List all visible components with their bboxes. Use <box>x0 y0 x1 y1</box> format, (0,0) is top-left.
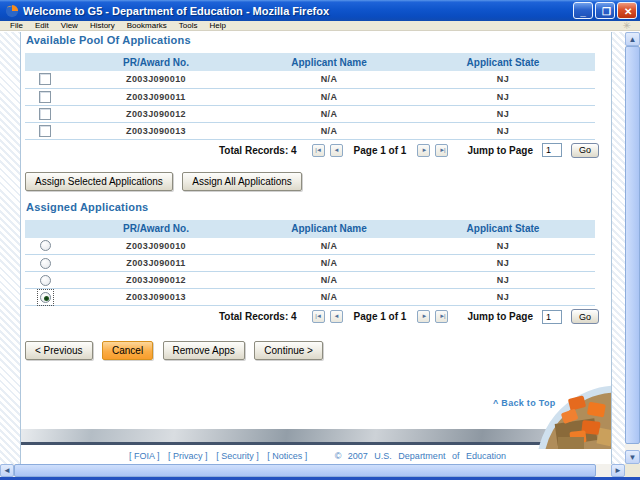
vertical-scrollbar-thumb[interactable] <box>625 46 640 444</box>
pr-award-cell: Z003J090013 <box>65 289 247 306</box>
scroll-left-arrow-icon[interactable]: ◄ <box>0 464 14 477</box>
minimize-button[interactable]: _ <box>573 2 593 19</box>
scroll-right-arrow-icon[interactable]: ► <box>611 464 625 477</box>
horizontal-scrollbar[interactable]: ◄ ► <box>0 464 625 477</box>
remove-apps-button[interactable]: Remove Apps <box>163 341 245 360</box>
applicant-state-cell: NJ <box>411 272 595 289</box>
table-header-row: PR/Award No. Applicant Name Applicant St… <box>25 53 595 71</box>
browser-window: Welcome to G5 - Department of Education … <box>0 0 640 480</box>
jump-to-page-input[interactable] <box>542 143 562 157</box>
available-pool-heading: Available Pool Of Applications <box>26 34 611 46</box>
last-page-button[interactable]: ►| <box>435 144 448 157</box>
table-row: Z003J090011 N/A NJ <box>25 88 595 105</box>
menu-file[interactable]: File <box>4 21 29 31</box>
applicant-state-cell: NJ <box>411 122 595 139</box>
horizontal-scrollbar-thumb[interactable] <box>14 464 596 477</box>
last-page-button[interactable]: ►| <box>435 310 448 323</box>
page-background: Available Pool Of Applications PR/Award … <box>0 32 625 464</box>
row-checkbox[interactable] <box>39 108 51 120</box>
pr-award-cell: Z003J090012 <box>65 272 247 289</box>
applicant-name-column-header: Applicant Name <box>247 220 411 238</box>
footer-link-notices[interactable]: [ Notices ] <box>267 451 307 461</box>
first-page-button[interactable]: |◄ <box>312 144 325 157</box>
firefox-icon <box>5 4 19 18</box>
applicant-name-cell: N/A <box>247 122 411 139</box>
page-indicator: Page 1 of 1 <box>354 311 407 322</box>
applicant-name-cell: N/A <box>247 105 411 122</box>
table-row: Z003J090011 N/A NJ <box>25 255 595 272</box>
table-header-row: PR/Award No. Applicant Name Applicant St… <box>25 220 595 238</box>
row-radio[interactable] <box>40 275 51 286</box>
scroll-down-arrow-icon[interactable]: ▼ <box>625 450 640 464</box>
footer-link-foia[interactable]: [ FOIA ] <box>129 451 160 461</box>
next-page-button[interactable]: ► <box>417 310 430 323</box>
applicant-name-cell: N/A <box>247 272 411 289</box>
menu-edit[interactable]: Edit <box>29 21 55 31</box>
menu-tools[interactable]: Tools <box>173 21 204 31</box>
table-row: Z003J090013 N/A NJ <box>25 289 595 306</box>
jump-to-page-label: Jump to Page <box>467 145 533 156</box>
table-row: Z003J090010 N/A NJ <box>25 71 595 88</box>
next-page-button[interactable]: ► <box>417 144 430 157</box>
menu-bookmarks[interactable]: Bookmarks <box>121 21 173 31</box>
menu-history[interactable]: History <box>84 21 121 31</box>
assigned-applications-heading: Assigned Applications <box>26 201 611 213</box>
pr-award-column-header: PR/Award No. <box>65 220 247 238</box>
footer: [ FOIA ] [ Privacy ] [ Security ] [ Noti… <box>21 451 611 461</box>
copyright-text: © 2007 U.S. Department of Education <box>335 451 506 461</box>
assigned-pagination: Total Records: 4 |◄ ◄ Page 1 of 1 ► ►| J… <box>25 309 599 324</box>
pr-award-cell: Z003J090013 <box>65 122 247 139</box>
jump-to-page-label: Jump to Page <box>467 311 533 322</box>
vertical-scrollbar[interactable]: ▲ ▼ <box>625 32 640 464</box>
select-column-header <box>25 53 65 71</box>
previous-page-button[interactable]: ◄ <box>330 310 343 323</box>
table-row: Z003J090010 N/A NJ <box>25 238 595 255</box>
select-column-header <box>25 220 65 238</box>
content-panel: Available Pool Of Applications PR/Award … <box>20 32 612 464</box>
maximize-button[interactable]: ❐ <box>595 2 615 19</box>
row-radio[interactable] <box>40 258 51 269</box>
row-checkbox[interactable] <box>39 125 51 137</box>
cancel-button[interactable]: Cancel <box>102 341 153 360</box>
previous-page-button[interactable]: ◄ <box>330 144 343 157</box>
menu-help[interactable]: Help <box>203 21 231 31</box>
applicant-name-cell: N/A <box>247 255 411 272</box>
table-row: Z003J090012 N/A NJ <box>25 105 595 122</box>
jump-to-page-input[interactable] <box>542 310 562 324</box>
pr-award-column-header: PR/Award No. <box>65 53 247 71</box>
continue-button[interactable]: Continue > <box>254 341 323 360</box>
go-button[interactable]: Go <box>571 309 599 324</box>
row-checkbox[interactable] <box>39 91 51 103</box>
close-button[interactable]: ✕ <box>617 2 637 19</box>
table-row: Z003J090012 N/A NJ <box>25 272 595 289</box>
total-records-label: Total Records: 4 <box>219 145 297 156</box>
available-pool-table: PR/Award No. Applicant Name Applicant St… <box>25 53 595 140</box>
applicant-state-cell: NJ <box>411 289 595 306</box>
go-button[interactable]: Go <box>571 143 599 158</box>
assign-buttons-row: Assign Selected Applications Assign All … <box>25 171 611 191</box>
footer-link-security[interactable]: [ Security ] <box>216 451 259 461</box>
first-page-button[interactable]: |◄ <box>312 310 325 323</box>
footer-link-privacy[interactable]: [ Privacy ] <box>168 451 208 461</box>
pr-award-cell: Z003J090010 <box>65 238 247 255</box>
applicant-name-cell: N/A <box>247 71 411 88</box>
throbber-icon: ✳ <box>623 20 631 31</box>
assign-selected-button[interactable]: Assign Selected Applications <box>25 172 173 191</box>
row-radio[interactable] <box>40 292 51 303</box>
applicant-name-cell: N/A <box>247 238 411 255</box>
menu-view[interactable]: View <box>55 21 84 31</box>
applicant-name-cell: N/A <box>247 88 411 105</box>
applicant-state-cell: NJ <box>411 238 595 255</box>
page-indicator: Page 1 of 1 <box>354 145 407 156</box>
applicant-state-column-header: Applicant State <box>411 53 595 71</box>
classroom-chairs-image <box>514 383 611 449</box>
assigned-applications-table: PR/Award No. Applicant Name Applicant St… <box>25 220 595 307</box>
previous-button[interactable]: < Previous <box>25 341 93 360</box>
row-radio[interactable] <box>40 240 51 251</box>
row-checkbox[interactable] <box>39 73 51 85</box>
assign-all-button[interactable]: Assign All Applications <box>182 172 302 191</box>
scroll-up-arrow-icon[interactable]: ▲ <box>625 32 640 46</box>
window-title: Welcome to G5 - Department of Education … <box>23 5 329 17</box>
scrollbar-corner <box>625 464 640 477</box>
available-pagination: Total Records: 4 |◄ ◄ Page 1 of 1 ► ►| J… <box>25 143 599 158</box>
